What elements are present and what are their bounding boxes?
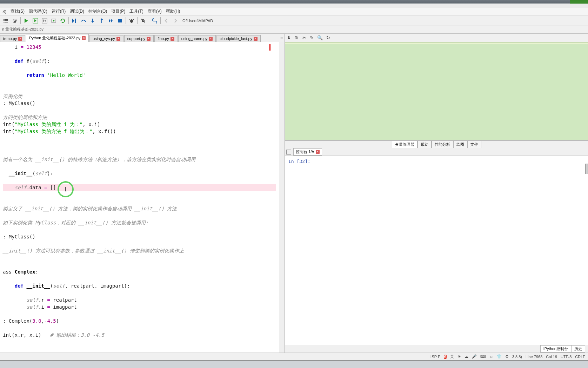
search-icon[interactable]: 🔍 — [317, 35, 323, 40]
emoji-icon[interactable]: ☺ — [489, 355, 493, 359]
menu-debug[interactable]: 调试(D) — [68, 8, 86, 15]
menu-bar: .8) 查找(S) 源代码(C) 运行(R) 调试(D) 控制台(O) 项目(P… — [0, 8, 588, 15]
tab-support[interactable]: support.py× — [124, 35, 154, 42]
svg-line-27 — [133, 19, 134, 20]
console-stop-icon[interactable] — [286, 150, 291, 155]
tab-main-active[interactable]: Python 量化编程基础-2023.py× — [26, 34, 89, 42]
debug-step-over-icon[interactable] — [79, 17, 88, 25]
outline-icon[interactable] — [1, 17, 10, 25]
close-icon[interactable]: × — [147, 37, 151, 41]
save-icon[interactable]: ⬇ — [287, 35, 291, 40]
edit-icon[interactable]: ✎ — [310, 35, 314, 40]
svg-marker-6 — [25, 19, 28, 23]
keyboard-icon[interactable]: ⌨ — [480, 354, 486, 359]
tab-using-name[interactable]: using_name.py× — [178, 35, 216, 42]
stop-icon[interactable] — [116, 17, 124, 25]
tab-using-sys[interactable]: using_sys.py× — [89, 35, 123, 42]
tab-plot[interactable]: 绘图 — [453, 141, 467, 148]
tools-icon[interactable]: ⚙ — [505, 354, 509, 359]
run-cell-advance-icon[interactable] — [40, 17, 49, 25]
tab-help[interactable]: 帮助 — [417, 141, 432, 148]
splitter-handle[interactable] — [585, 164, 588, 174]
menu-source[interactable]: 源代码(C) — [27, 8, 49, 15]
tab-label: using_name.py — [181, 37, 208, 41]
line-number: Line 7968 — [526, 355, 542, 359]
tab-temp[interactable]: temp.py× — [0, 35, 25, 42]
tab-fibo[interactable]: fibo.py× — [154, 35, 177, 42]
title-bar — [0, 0, 588, 4]
right-pane: ⬇ 🗎 ✂ ✎ 🔍 ↻ — [285, 34, 588, 353]
svg-marker-21 — [100, 18, 103, 20]
menu-search[interactable]: 查找(S) — [8, 8, 27, 15]
run-selection-icon[interactable] — [49, 17, 58, 25]
debug-bug-icon[interactable] — [127, 17, 136, 25]
svg-marker-13 — [53, 20, 55, 22]
tab-label: using_sys.py — [93, 37, 115, 41]
ime-icon[interactable]: ☁ — [465, 354, 468, 359]
menu-console[interactable]: 控制台(O) — [86, 8, 109, 15]
main-toolbar: @ C:\Users\MIAPAD — [0, 15, 588, 26]
run-icon[interactable] — [22, 17, 31, 25]
svg-marker-11 — [45, 19, 46, 22]
title-suffix: .8) — [1, 9, 6, 14]
editor-scrollbar[interactable] — [279, 42, 285, 353]
reload-icon[interactable] — [59, 17, 67, 25]
skin-icon[interactable]: 👕 — [497, 354, 502, 359]
svg-rect-5 — [5, 22, 8, 22]
save-as-icon[interactable]: 🗎 — [294, 35, 299, 40]
code-editor[interactable]: i = 12345 def f(self): return 'Hello Wor… — [0, 42, 279, 353]
var-row[interactable] — [285, 44, 588, 45]
svg-marker-15 — [72, 19, 74, 23]
svg-marker-14 — [60, 20, 62, 21]
console-tab[interactable]: 控制台 1/A× — [293, 148, 322, 156]
problem-marker — [269, 44, 270, 51]
at-icon[interactable]: @ — [11, 17, 19, 25]
windows-taskbar[interactable] — [0, 360, 588, 368]
console-footer-tabs: IPython控制台 历史 — [285, 345, 588, 353]
debug-step-out-icon[interactable] — [98, 17, 106, 25]
console-tab-bar: 控制台 1/A× — [285, 148, 588, 156]
settings-icon[interactable] — [139, 17, 147, 25]
close-icon[interactable]: × — [254, 37, 258, 41]
svg-rect-2 — [4, 20, 5, 21]
ime-icon[interactable]: ☀ — [457, 354, 461, 359]
ime-lang: 英 — [450, 354, 454, 359]
tab-ipython[interactable]: IPython控制台 — [540, 345, 571, 353]
menu-project[interactable]: 项目(P) — [109, 8, 127, 15]
svg-marker-19 — [91, 21, 94, 23]
tab-perf[interactable]: 性能分析 — [432, 141, 453, 148]
console-tab-label: 控制台 1/A — [296, 149, 314, 155]
tab-var-explorer[interactable]: 变量管理器 — [392, 141, 417, 148]
ipython-console[interactable]: In [32]: — [285, 156, 588, 345]
tab-file[interactable]: 文件 — [467, 141, 481, 148]
copy-icon[interactable]: ✂ — [302, 35, 306, 40]
tab-cloudpickle[interactable]: cloudpickle_fast.py× — [216, 35, 261, 42]
tabs-menu-icon[interactable]: ≡ — [280, 35, 283, 41]
col-number: Col 19 — [546, 355, 557, 359]
close-icon[interactable]: × — [82, 36, 86, 40]
nav-forward-icon[interactable] — [171, 17, 180, 25]
refresh-icon[interactable]: ↻ — [326, 35, 330, 40]
debug-step-into-icon[interactable] — [88, 17, 97, 25]
menu-run[interactable]: 运行(R) — [49, 8, 68, 15]
tab-label: cloudpickle_fast.py — [220, 37, 252, 41]
close-icon[interactable]: × — [171, 37, 174, 41]
svg-rect-16 — [75, 19, 76, 23]
close-icon[interactable]: × — [116, 37, 120, 41]
close-icon[interactable]: × — [209, 37, 213, 41]
menu-view[interactable]: 查看(V) — [146, 8, 164, 15]
working-dir-path: C:\Users\MIAPAD — [182, 19, 213, 23]
mic-icon[interactable]: 🎤 — [472, 354, 477, 359]
editor-tabs: temp.py× Python 量化编程基础-2023.py× using_sy… — [0, 34, 285, 42]
close-icon[interactable]: × — [316, 150, 320, 154]
nav-back-icon[interactable] — [162, 17, 171, 25]
menu-help[interactable]: 帮助(H) — [164, 8, 182, 15]
python-path-icon[interactable] — [151, 17, 159, 25]
debug-step-in-icon[interactable] — [70, 17, 79, 25]
menu-tools[interactable]: 工具(T) — [127, 8, 145, 15]
debug-continue-icon[interactable] — [107, 17, 115, 25]
sogou-ime-icon[interactable]: S — [444, 355, 446, 359]
tab-history[interactable]: 历史 — [571, 345, 585, 353]
run-cell-icon[interactable] — [31, 17, 40, 25]
close-icon[interactable]: × — [18, 37, 22, 41]
